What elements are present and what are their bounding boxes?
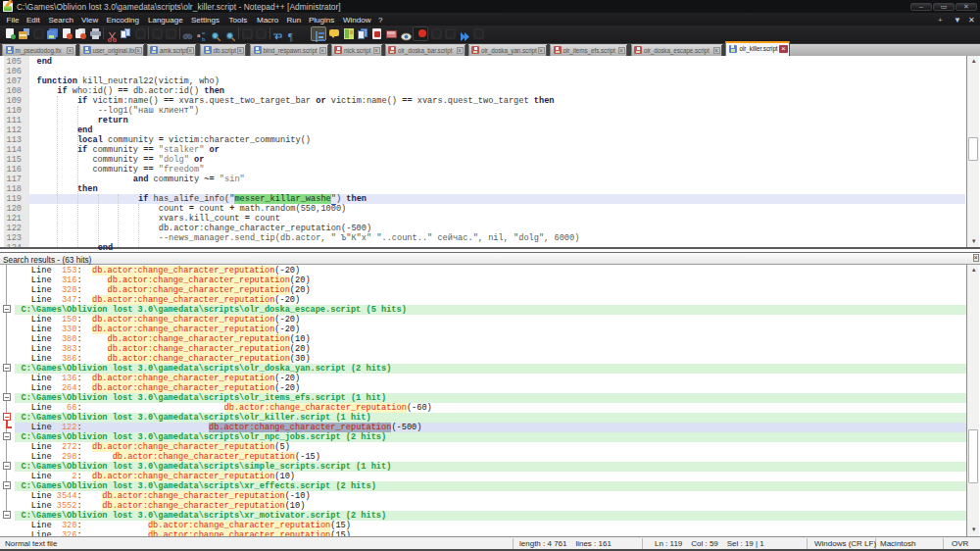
svg-text:¶: ¶	[288, 31, 293, 42]
svg-text:a: a	[197, 32, 201, 38]
svg-text:b: b	[202, 36, 206, 42]
